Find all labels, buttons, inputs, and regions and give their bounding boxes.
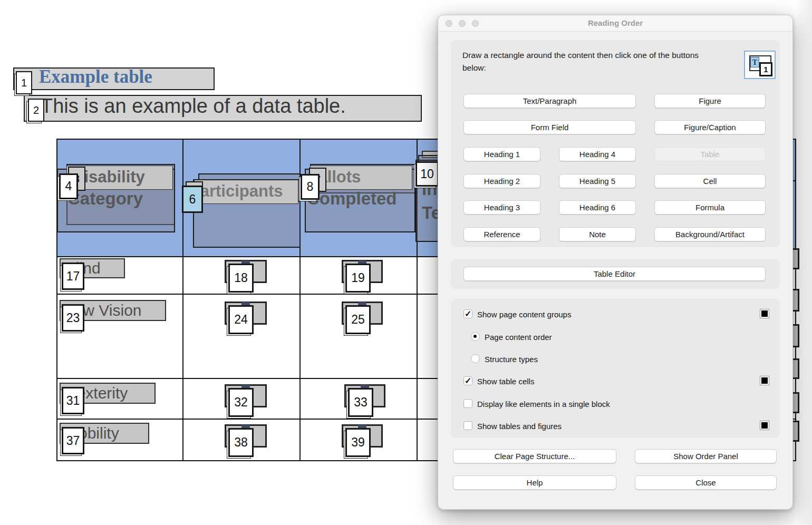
order-tag-19[interactable]: 19 [345, 264, 371, 293]
doc-heading: Example table [39, 67, 152, 88]
note-button[interactable]: Note [559, 227, 636, 241]
heading-highlight[interactable]: Example table [13, 67, 215, 90]
dialog-instruction: Draw a rectangle around the content then… [462, 49, 700, 74]
figure-button[interactable]: Figure [654, 94, 766, 108]
order-tag-2[interactable]: 2 [28, 99, 44, 122]
display-options-group [451, 299, 780, 438]
page-right-edge [797, 0, 812, 525]
order-tag-23[interactable]: 23 [62, 304, 84, 332]
display-like-elements-label: Display like elements in a single block [477, 400, 610, 409]
show-page-content-groups-label: Show page content groups [477, 310, 571, 319]
heading3-button[interactable]: Heading 3 [463, 200, 540, 215]
doc-paragraph: This is an example of a data table. [41, 95, 346, 118]
order-tag-8[interactable]: 8 [301, 174, 320, 200]
text-paragraph-button[interactable]: Text/Paragraph [463, 94, 636, 108]
order-tag-37[interactable]: 37 [62, 427, 84, 454]
table-editor-button[interactable]: Table Editor [463, 267, 766, 281]
paragraph-highlight[interactable]: This is an example of a data table. [24, 95, 422, 122]
formula-button[interactable]: Formula [654, 200, 766, 215]
show-table-cells-label: Show table cells [477, 377, 534, 386]
header-col1-line2: Category [67, 188, 143, 210]
order-tag-1[interactable]: 1 [16, 71, 32, 94]
table-cells-color-swatch[interactable] [760, 376, 769, 385]
structure-types-radio[interactable] [471, 354, 480, 363]
header-col2: Participants [194, 180, 283, 202]
display-like-elements-checkbox[interactable] [463, 399, 472, 408]
order-tag-38[interactable]: 38 [228, 428, 254, 457]
help-button[interactable]: Help [453, 475, 616, 490]
heading1-button[interactable]: Heading 1 [463, 147, 540, 161]
cell-button[interactable]: Cell [654, 174, 766, 188]
order-tag-33[interactable]: 33 [348, 388, 373, 417]
order-tag-4[interactable]: 4 [59, 173, 78, 199]
show-order-panel-button[interactable]: Show Order Panel [635, 449, 777, 463]
heading5-button[interactable]: Heading 5 [559, 174, 636, 188]
show-page-content-groups-checkbox[interactable] [463, 309, 472, 318]
page-content-order-radio[interactable] [471, 332, 480, 341]
page-content-order-label: Page content order [485, 333, 552, 342]
heading6-button[interactable]: Heading 6 [559, 200, 636, 215]
order-tag-17[interactable]: 17 [62, 262, 84, 290]
order-tag-31[interactable]: 31 [62, 387, 84, 414]
close-button[interactable]: Close [635, 475, 777, 490]
page-content-groups-color-swatch[interactable] [760, 309, 769, 318]
reading-order-dialog: Reading Order Draw a rectangle around th… [438, 15, 793, 510]
order-tag-10[interactable]: 10 [415, 161, 439, 187]
clear-page-structure-button[interactable]: Clear Page Structure... [453, 449, 616, 463]
order-tag-18[interactable]: 18 [228, 264, 254, 293]
header-text-highlight[interactable]: Participants [194, 180, 298, 204]
figure-caption-button[interactable]: Figure/Caption [654, 120, 766, 134]
show-tables-and-figures-checkbox[interactable] [463, 421, 472, 430]
order-tag-39[interactable]: 39 [345, 428, 371, 457]
reading-order-tool-icon: T1 [744, 51, 776, 79]
order-tag-6-selected[interactable]: 6 [182, 186, 203, 213]
heading2-button[interactable]: Heading 2 [463, 174, 540, 188]
heading4-button[interactable]: Heading 4 [559, 147, 636, 161]
structure-types-label: Structure types [485, 355, 538, 364]
show-table-cells-checkbox[interactable] [463, 376, 472, 385]
dialog-title: Reading Order [438, 15, 792, 31]
table-button: Table [654, 147, 766, 161]
form-field-button[interactable]: Form Field [463, 120, 636, 134]
order-tag-24[interactable]: 24 [228, 305, 254, 334]
background-artifact-button[interactable]: Background/Artifact [654, 227, 766, 241]
order-tag-25[interactable]: 25 [345, 305, 371, 334]
tables-figures-color-swatch[interactable] [760, 421, 769, 430]
screen: Example table 1 This is an example of a … [0, 0, 812, 525]
dialog-titlebar[interactable]: Reading Order [438, 15, 792, 32]
reference-button[interactable]: Reference [463, 227, 540, 241]
show-tables-and-figures-label: Show tables and figures [477, 422, 562, 431]
order-tag-32[interactable]: 32 [228, 388, 254, 417]
